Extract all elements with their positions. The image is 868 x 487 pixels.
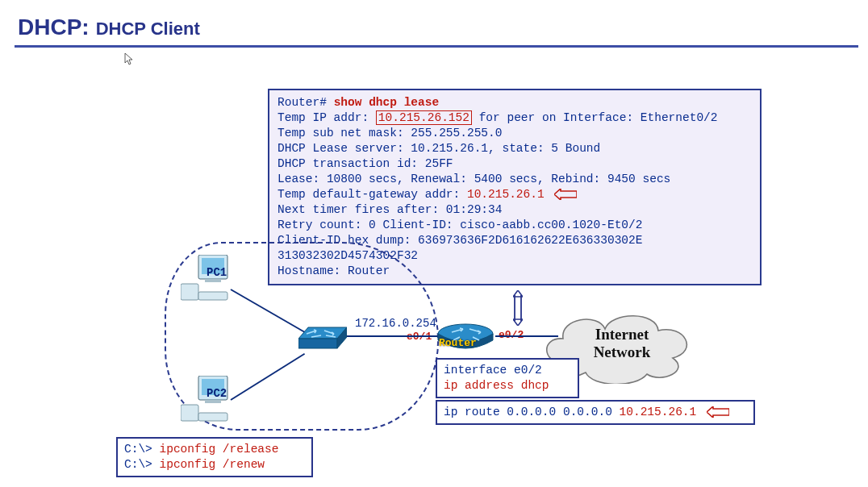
router-label: Router: [439, 337, 477, 349]
pc2-icon: [181, 376, 231, 426]
pc-ipconfig-box: C:\> ipconfig /release C:\> ipconfig /re…: [116, 437, 313, 477]
gateway-value: 10.215.26.1: [467, 188, 545, 201]
route-gw: 10.215.26.1: [620, 406, 697, 418]
subnet-mask-line: Temp sub net mask: 255.255.255.0: [278, 126, 752, 141]
svg-rect-11: [298, 339, 337, 348]
pc2-label: PC2: [207, 387, 227, 400]
int-line1: interface e0/2: [444, 363, 571, 378]
int-line2: ip address dhcp: [444, 378, 571, 393]
pc-cmd2: ipconfig /renew: [152, 458, 265, 471]
pc1-label: PC1: [207, 266, 227, 279]
svg-rect-2: [205, 279, 221, 282]
temp-ip-label: Temp IP addr:: [278, 111, 369, 124]
next-timer-line: Next timer fires after: 01:29:34: [278, 202, 752, 218]
pc-cmd1: ipconfig /release: [152, 443, 279, 456]
pc-prompt2: C:\>: [124, 458, 152, 471]
svg-rect-8: [181, 405, 198, 421]
svg-rect-9: [198, 413, 227, 421]
pc-prompt1: C:\>: [124, 443, 152, 456]
pc1-icon: [181, 255, 231, 305]
left-arrow-icon: [554, 189, 577, 200]
lease-times-line: Lease: 10800 secs, Renewal: 5400 secs, R…: [278, 172, 752, 187]
router-prompt: Router#: [278, 96, 327, 109]
cloud-label-l2: Network: [594, 343, 651, 360]
temp-ip-tail: for peer on Interface: Ethernet0/2: [479, 111, 718, 124]
txid-line: DHCP transaction id: 25FF: [278, 156, 752, 172]
lease-server-line: DHCP Lease server: 10.215.26.1, state: 5…: [278, 141, 752, 156]
switch-ip-label: 172.16.0.254: [355, 317, 436, 330]
double-arrow-icon: [513, 290, 523, 326]
left-arrow-icon-2: [707, 406, 729, 418]
title-divider: [15, 45, 858, 48]
temp-ip-value: 10.215.26.152: [376, 110, 472, 125]
cloud-label: Internet Network: [578, 326, 666, 361]
interface-config-box: interface e0/2 ip address dhcp: [436, 358, 579, 398]
svg-rect-3: [181, 284, 198, 300]
title-subject: DHCP Client: [96, 19, 200, 40]
route-text: ip route 0.0.0.0 0.0.0.0: [444, 406, 620, 418]
switch-icon: [298, 323, 347, 350]
gateway-label: Temp default-gateway addr:: [278, 188, 467, 201]
ip-route-box: ip route 0.0.0.0 0.0.0.0 10.215.26.1: [436, 400, 755, 425]
title-prefix: DHCP:: [18, 15, 90, 40]
svg-rect-4: [198, 292, 227, 300]
mouse-cursor-icon: [124, 52, 134, 65]
svg-rect-7: [205, 400, 221, 403]
cloud-label-l1: Internet: [595, 326, 649, 343]
retry-clientid-line: Retry count: 0 Client-ID: cisco-aabb.cc0…: [278, 218, 752, 233]
slide-title: DHCP: DHCP Client: [18, 15, 200, 40]
link-switch-router: [347, 335, 439, 337]
router-command: show dhcp lease: [334, 96, 440, 109]
